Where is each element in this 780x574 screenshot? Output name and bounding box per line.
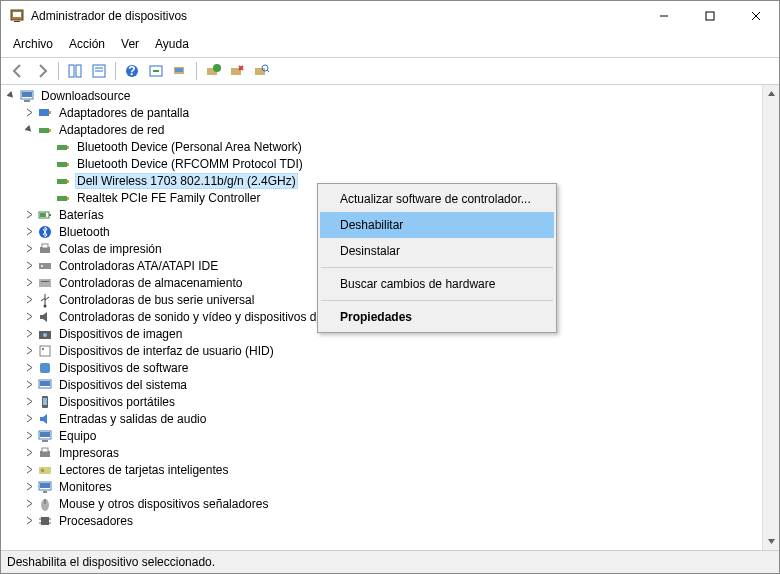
svg-point-52 xyxy=(43,333,47,337)
ctx-separator xyxy=(321,300,553,301)
software-device-icon xyxy=(37,360,53,376)
svg-rect-16 xyxy=(175,68,183,72)
ctx-disable[interactable]: Deshabilitar xyxy=(320,212,554,238)
tree-item[interactable]: Monitores xyxy=(21,478,777,495)
svg-rect-28 xyxy=(39,109,49,116)
properties-button[interactable] xyxy=(88,60,110,82)
svg-rect-62 xyxy=(42,440,48,442)
expand-icon[interactable] xyxy=(23,328,35,340)
menubar: Archivo Acción Ver Ayuda xyxy=(1,31,779,57)
ctx-scan-hardware[interactable]: Buscar cambios de hardware xyxy=(320,271,554,297)
minimize-button[interactable] xyxy=(641,1,687,31)
svg-point-18 xyxy=(213,64,221,72)
update-driver-button[interactable] xyxy=(202,60,224,82)
uninstall-button[interactable] xyxy=(226,60,248,82)
expand-icon[interactable] xyxy=(23,464,35,476)
expand-icon[interactable] xyxy=(23,481,35,493)
tree-item[interactable]: Entradas y salidas de audio xyxy=(21,410,777,427)
expand-icon[interactable] xyxy=(23,260,35,272)
vertical-scrollbar[interactable] xyxy=(762,85,779,550)
menu-file[interactable]: Archivo xyxy=(5,33,61,55)
monitor-icon xyxy=(37,479,53,495)
expand-icon[interactable] xyxy=(23,396,35,408)
scroll-up-icon[interactable] xyxy=(763,85,779,102)
statusbar: Deshabilita el dispositivo seleccionado. xyxy=(1,551,779,573)
portable-device-icon xyxy=(37,394,53,410)
hid-icon xyxy=(37,343,53,359)
tree-item-network[interactable]: Adaptadores de red xyxy=(21,121,777,138)
svg-rect-33 xyxy=(67,146,69,149)
ctx-uninstall[interactable]: Desinstalar xyxy=(320,238,554,264)
tree-item[interactable]: Dispositivos de interfaz de usuario (HID… xyxy=(21,342,777,359)
tree-item[interactable]: Bluetooth Device (RFCOMM Protocol TDI) xyxy=(39,155,777,172)
svg-rect-55 xyxy=(40,363,50,373)
svg-rect-8 xyxy=(76,65,81,77)
ctx-update-driver[interactable]: Actualizar software de controlador... xyxy=(320,186,554,212)
expand-icon[interactable] xyxy=(23,430,35,442)
imaging-icon xyxy=(37,326,53,342)
expand-icon[interactable] xyxy=(23,294,35,306)
svg-rect-7 xyxy=(69,65,74,77)
network-adapter-icon xyxy=(37,122,53,138)
expand-icon[interactable] xyxy=(23,277,35,289)
close-button[interactable] xyxy=(733,1,779,31)
devices-by-type-button[interactable] xyxy=(169,60,191,82)
maximize-button[interactable] xyxy=(687,1,733,31)
collapse-icon[interactable] xyxy=(23,124,35,136)
svg-rect-22 xyxy=(255,68,265,75)
tree-item[interactable]: Mouse y otros dispositivos señaladores xyxy=(21,495,777,512)
svg-rect-27 xyxy=(24,100,30,102)
svg-rect-69 xyxy=(43,491,47,493)
menu-view[interactable]: Ver xyxy=(113,33,147,55)
expand-icon[interactable] xyxy=(23,107,35,119)
svg-rect-49 xyxy=(41,281,49,282)
expand-icon[interactable] xyxy=(23,498,35,510)
expand-icon[interactable] xyxy=(23,515,35,527)
network-adapter-icon xyxy=(55,190,71,206)
svg-rect-41 xyxy=(49,214,51,216)
tree-item[interactable]: Adaptadores de pantalla xyxy=(21,104,777,121)
app-icon xyxy=(9,8,25,24)
bluetooth-icon xyxy=(37,224,53,240)
scroll-down-icon[interactable] xyxy=(763,533,779,550)
show-hide-tree-button[interactable] xyxy=(64,60,86,82)
tree-item[interactable]: Lectores de tarjetas inteligentes xyxy=(21,461,777,478)
expand-icon[interactable] xyxy=(23,311,35,323)
forward-button[interactable] xyxy=(31,60,53,82)
svg-rect-48 xyxy=(39,279,51,287)
mouse-icon xyxy=(37,496,53,512)
svg-rect-37 xyxy=(67,180,69,183)
back-button[interactable] xyxy=(7,60,29,82)
scan-hardware-button[interactable] xyxy=(250,60,272,82)
window-title: Administrador de dispositivos xyxy=(31,9,641,23)
expand-icon[interactable] xyxy=(23,379,35,391)
tree-item[interactable]: Procesadores xyxy=(21,512,777,529)
device-tree-panel: Downloadsource Adaptadores de pantalla A… xyxy=(1,85,779,551)
expand-icon[interactable] xyxy=(23,243,35,255)
expand-icon[interactable] xyxy=(23,413,35,425)
tree-item[interactable]: Impresoras xyxy=(21,444,777,461)
svg-line-24 xyxy=(267,70,269,72)
svg-rect-39 xyxy=(67,197,69,200)
expand-icon[interactable] xyxy=(23,209,35,221)
ctx-properties[interactable]: Propiedades xyxy=(320,304,554,330)
tree-item[interactable]: Equipo xyxy=(21,427,777,444)
menu-help[interactable]: Ayuda xyxy=(147,33,197,55)
expand-icon[interactable] xyxy=(23,226,35,238)
expand-icon[interactable] xyxy=(23,362,35,374)
expand-icon[interactable] xyxy=(23,345,35,357)
tree-item[interactable]: Dispositivos portátiles xyxy=(21,393,777,410)
svg-rect-68 xyxy=(40,483,50,488)
menu-action[interactable]: Acción xyxy=(61,33,113,55)
svg-rect-35 xyxy=(67,163,69,166)
tree-root[interactable]: Downloadsource xyxy=(3,87,777,104)
help-button[interactable]: ? xyxy=(121,60,143,82)
expand-icon[interactable] xyxy=(23,447,35,459)
action-button[interactable] xyxy=(145,60,167,82)
tree-item[interactable]: Bluetooth Device (Personal Area Network) xyxy=(39,138,777,155)
tree-item[interactable]: Dispositivos del sistema xyxy=(21,376,777,393)
svg-rect-32 xyxy=(57,145,67,150)
collapse-icon[interactable] xyxy=(5,90,17,102)
tree-item[interactable]: Dispositivos de software xyxy=(21,359,777,376)
usb-icon xyxy=(37,292,53,308)
